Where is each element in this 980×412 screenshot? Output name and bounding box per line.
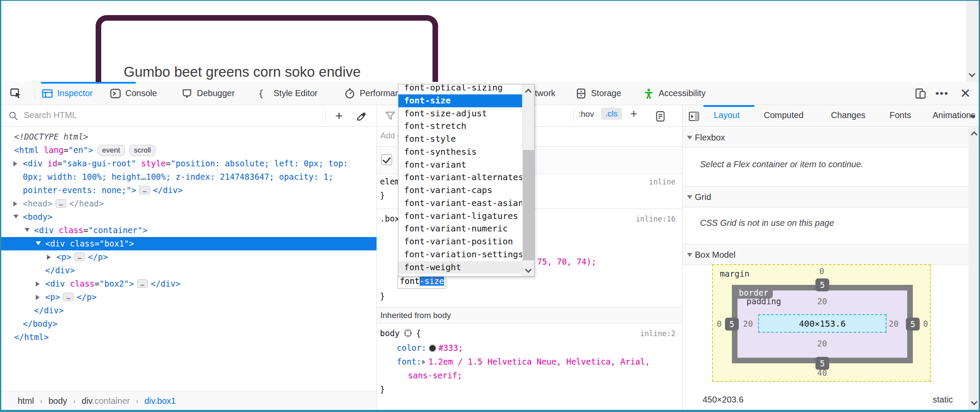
expand-arrow-icon[interactable] [13, 201, 17, 206]
collapse-arrow-icon[interactable] [13, 215, 19, 218]
margin-left-value[interactable]: 0 [717, 319, 722, 328]
tab-style-editor[interactable]: { }Style Editor [257, 82, 317, 105]
autocomplete-item[interactable]: font-variant-ligatures [398, 210, 523, 223]
element-rule-source-link[interactable]: inline [649, 178, 675, 186]
pseudo-class-button[interactable]: :hov [579, 109, 594, 119]
add-rule-button[interactable]: + [630, 107, 637, 121]
markup-line[interactable]: <body> [1, 210, 376, 224]
all-tabs-button[interactable] [967, 112, 978, 122]
selector-highlighter-icon[interactable] [403, 328, 413, 338]
property-name-editor[interactable]: font-size [398, 275, 446, 289]
markup-line[interactable]: <div id="saka-gui-root" style="position:… [1, 157, 376, 170]
collapse-arrow-icon[interactable] [25, 228, 30, 232]
eyedropper-button[interactable] [353, 109, 370, 125]
markup-line[interactable]: </body> [1, 317, 376, 331]
ellipsis-button[interactable]: … [139, 186, 150, 194]
autocomplete-scrollbar[interactable] [522, 84, 534, 276]
scrollbar-thumb[interactable] [523, 150, 534, 260]
autocomplete-item[interactable]: font-size [398, 94, 523, 107]
padding-right-value[interactable]: 20 [889, 319, 899, 328]
class-panel-button[interactable]: .cls [601, 108, 622, 120]
box-model-section-header[interactable]: Box Model [683, 244, 980, 265]
print-media-button[interactable] [653, 109, 668, 123]
sidebar-tab-layout[interactable]: Layout [714, 110, 740, 120]
markup-line[interactable]: <div class="container"> [1, 224, 376, 237]
autocomplete-item[interactable]: font-variation-settings [398, 248, 523, 261]
expand-arrow-icon[interactable] [36, 281, 40, 287]
more-options-button[interactable]: ••• [933, 85, 952, 102]
scroll-down-icon[interactable] [525, 266, 532, 273]
autocomplete-item[interactable]: font-variant-east-asian [398, 197, 523, 210]
border-left-value[interactable]: 5 [725, 318, 739, 331]
breadcrumb-item-html[interactable]: html [18, 396, 34, 406]
markup-line-selected[interactable]: <div class="box1"> [1, 237, 376, 250]
scroll-down-icon[interactable] [971, 399, 978, 406]
autocomplete-item[interactable]: font-variant-numeric [398, 222, 523, 235]
color-swatch[interactable] [429, 344, 436, 352]
sidebar-tab-changes[interactable]: Changes [831, 110, 865, 120]
box-model-content-box[interactable]: 400×153.6 [758, 314, 887, 333]
markup-line[interactable]: 0px; width: 100%; height…100%; z-index: … [1, 170, 376, 184]
grid-section-header[interactable]: Grid [683, 187, 980, 207]
autocomplete-item[interactable]: font-variant [398, 159, 523, 172]
sidebar-tab-computed[interactable]: Computed [764, 110, 803, 120]
markup-line[interactable]: <head>…</head> [1, 197, 376, 210]
margin-top-value[interactable]: 0 [819, 266, 824, 276]
body-color-declaration[interactable]: color:#333; [397, 343, 463, 353]
expand-sidebar-button[interactable] [686, 109, 702, 123]
tab-inspector[interactable]: Inspector [41, 82, 93, 105]
breadcrumb-item-div-box1[interactable]: div.box1 [144, 396, 176, 406]
autocomplete-item[interactable]: font-synthesis [398, 146, 523, 159]
markup-line[interactable]: <p>…</p> [1, 250, 376, 264]
padding-left-value[interactable]: 20 [743, 319, 753, 328]
tab-storage[interactable]: Storage [575, 82, 621, 105]
page-scrollbar[interactable] [966, 1, 979, 82]
flexbox-section-header[interactable]: Flexbox [683, 127, 980, 148]
border-top-value[interactable]: 5 [815, 278, 829, 291]
markup-line[interactable]: <html lang="en">eventscroll [1, 144, 376, 157]
markup-line[interactable]: pointer-events: none;">…</div> [1, 184, 376, 197]
breadcrumb-item-body[interactable]: body [48, 396, 67, 406]
autocomplete-item[interactable]: font-stretch [398, 120, 523, 133]
padding-top-value[interactable]: 20 [817, 297, 827, 306]
collapse-arrow-icon[interactable] [36, 241, 41, 245]
tab-accessibility[interactable]: Accessibility [642, 82, 706, 105]
markup-line[interactable]: </html> [1, 331, 376, 344]
scroll-up-icon[interactable] [525, 89, 532, 96]
autocomplete-item[interactable]: font-optical-sizing [398, 84, 523, 94]
class-checkbox[interactable] [381, 154, 392, 165]
expand-value-icon[interactable] [422, 359, 426, 365]
filter-styles-icon[interactable] [385, 110, 396, 122]
expand-arrow-icon[interactable] [36, 295, 40, 300]
close-devtools-button[interactable]: ✕ [956, 84, 975, 102]
expand-arrow-icon[interactable] [47, 255, 51, 260]
ellipsis-button[interactable]: … [74, 253, 85, 261]
layout-panel-scrollbar[interactable] [968, 127, 980, 411]
border-right-value[interactable]: 5 [906, 318, 920, 331]
scroll-down-icon[interactable] [969, 71, 976, 78]
sidebar-tab-fonts[interactable]: Fonts [890, 110, 911, 120]
markup-line[interactable]: </div> [1, 264, 376, 277]
scroll-badge[interactable]: scroll [129, 145, 156, 156]
markup-line[interactable]: <p>…</p> [1, 290, 376, 304]
ellipsis-button[interactable]: … [137, 279, 148, 288]
ellipsis-button[interactable]: … [56, 199, 66, 208]
autocomplete-item[interactable]: font-size-adjust [398, 107, 523, 120]
autocomplete-item[interactable]: font-variant-alternates [398, 171, 523, 184]
markup-line[interactable]: </div> [1, 304, 376, 317]
search-html-input[interactable]: Search HTML [24, 110, 77, 120]
body-rule-selector[interactable]: body{ [380, 328, 421, 338]
autocomplete-item[interactable]: font-style [398, 133, 523, 146]
event-badge[interactable]: event [97, 145, 125, 156]
markup-line[interactable]: <!DOCTYPE html> [1, 130, 376, 144]
add-node-button[interactable]: + [330, 108, 348, 124]
autocomplete-item[interactable]: font-variant-caps [398, 184, 523, 197]
markup-line[interactable]: <div class="box2">…</div> [1, 277, 376, 290]
border-bottom-value[interactable]: 5 [815, 357, 829, 370]
ellipsis-button[interactable]: … [63, 293, 74, 301]
scroll-up-icon[interactable] [971, 131, 978, 138]
responsive-design-mode-button[interactable] [911, 85, 930, 102]
element-picker-button[interactable] [6, 85, 25, 102]
tab-debugger[interactable]: Debugger [180, 82, 235, 105]
body-font-declaration[interactable]: font:1.2em / 1.5 Helvetica Neue, Helveti… [397, 357, 650, 366]
